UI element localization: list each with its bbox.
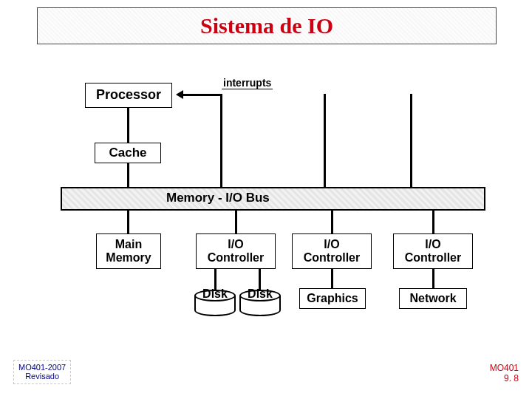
footer-left-line2: Revisado: [18, 372, 66, 381]
bus-io3-line: [432, 211, 434, 234]
cache-box: Cache: [95, 143, 161, 163]
io3-network-line: [432, 269, 434, 288]
disk-2-label: Disk: [239, 287, 281, 301]
io2-graphics-line: [331, 269, 333, 288]
io-controller-3-label: I/O Controller: [405, 238, 461, 264]
footer-left: MO401-2007 Revisado: [13, 360, 71, 384]
processor-box: Processor: [85, 83, 172, 108]
bus-io1-line: [235, 211, 237, 234]
title-box: Sistema de IO: [37, 7, 497, 44]
interrupt-line-2: [324, 94, 326, 187]
processor-cache-line: [127, 108, 129, 143]
bus-io2-line: [331, 211, 333, 234]
bus-label: Memory - I/O Bus: [166, 191, 270, 205]
graphics-label: Graphics: [307, 292, 358, 305]
title-text: Sistema de IO: [200, 13, 333, 38]
disk-1: Disk: [194, 290, 236, 316]
interrupt-line-1: [220, 94, 222, 187]
graphics-box: Graphics: [299, 288, 366, 309]
footer-right-line1: MO401: [490, 364, 519, 374]
disk-1-label: Disk: [194, 287, 236, 301]
interrupt-line-3: [410, 94, 412, 187]
io-controller-1: I/O Controller: [196, 233, 276, 269]
cache-bus-line: [127, 163, 129, 187]
interrupt-wire: [183, 94, 222, 96]
memory-io-bus: [61, 187, 485, 211]
footer-left-line1: MO401-2007: [18, 363, 66, 372]
interrupts-label: interrupts: [222, 78, 273, 89]
cache-label: Cache: [109, 146, 146, 160]
interrupt-arrowhead: [176, 90, 183, 99]
footer-right-line2: 9. 8: [490, 374, 519, 384]
network-label: Network: [409, 292, 456, 305]
processor-label: Processor: [96, 88, 161, 103]
io-controller-2-label: I/O Controller: [304, 238, 360, 264]
disk-2: Disk: [239, 290, 281, 316]
network-box: Network: [399, 288, 467, 309]
main-memory-label: Main Memory: [106, 238, 151, 264]
io-controller-2: I/O Controller: [292, 233, 372, 269]
main-memory-box: Main Memory: [96, 233, 161, 269]
io-controller-1-label: I/O Controller: [208, 238, 264, 264]
bus-mainmem-line: [127, 211, 129, 234]
io-controller-3: I/O Controller: [393, 233, 473, 269]
footer-right: MO401 9. 8: [490, 364, 519, 384]
